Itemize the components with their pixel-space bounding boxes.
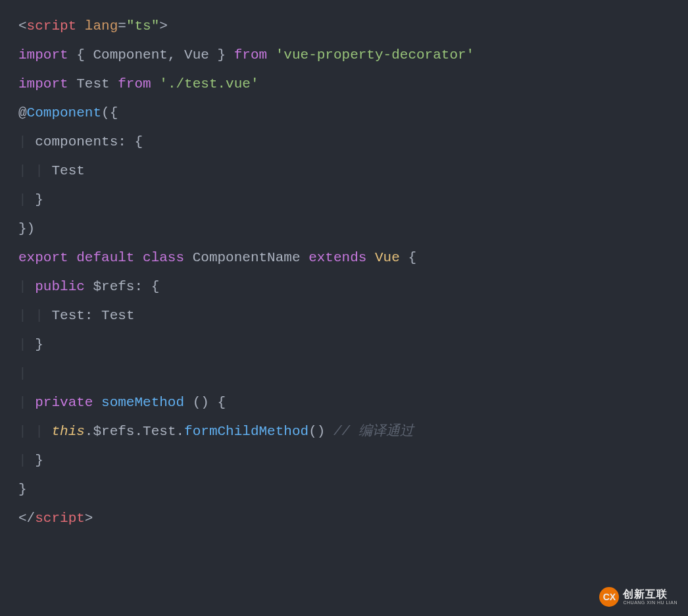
code-line: | public $refs: {: [18, 272, 670, 301]
code-line: export default class ComponentName exten…: [18, 244, 670, 272]
code-line: | | Test: Test: [18, 301, 670, 330]
code-line: @Component({: [18, 99, 670, 128]
code-line: | | this.$refs.Test.formChildMethod() //…: [18, 417, 670, 446]
code-line: | components: {: [18, 128, 670, 157]
code-line: | | Test: [18, 157, 670, 186]
code-line: </script>: [18, 504, 670, 533]
code-line: }: [18, 475, 670, 504]
code-line: import { Component, Vue } from 'vue-prop…: [18, 41, 670, 70]
code-line: | }: [18, 446, 670, 475]
logo-text: 创新互联 CHUANG XIN HU LIAN: [623, 588, 677, 605]
code-line: | private someMethod () {: [18, 388, 670, 417]
code-block: <script lang="ts">import { Component, Vu…: [18, 12, 670, 533]
code-line: | }: [18, 330, 670, 359]
watermark-logo: CX 创新互联 CHUANG XIN HU LIAN: [599, 587, 677, 607]
code-line: | }: [18, 186, 670, 215]
logo-mark-icon: CX: [599, 587, 619, 607]
code-line: |: [18, 359, 670, 388]
code-line: <script lang="ts">: [18, 12, 670, 41]
code-line: import Test from './test.vue': [18, 70, 670, 99]
code-line: }): [18, 215, 670, 244]
